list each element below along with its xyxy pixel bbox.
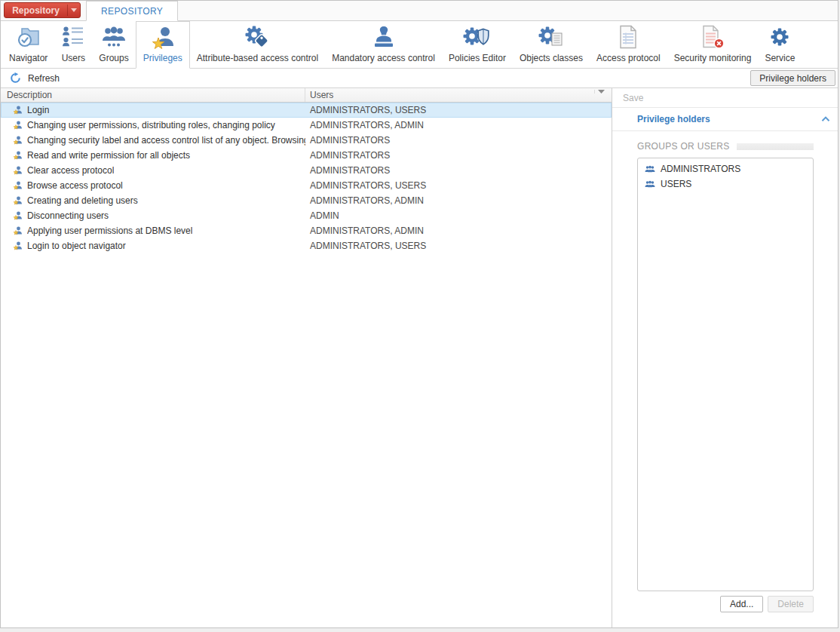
members-listbox[interactable]: ADMINISTRATORS USERS — [637, 158, 814, 591]
tab-strip: Repository REPOSITORY — [1, 1, 838, 21]
privilege-users: ADMINISTRATORS — [305, 165, 612, 176]
ribbon-item-label: Groups — [99, 53, 128, 63]
privilege-icon — [13, 241, 23, 251]
privilege-users: ADMINISTRATORS — [305, 150, 612, 161]
privilege-holders-panel: Save Privilege holders GROUPS OR USERS A… — [612, 88, 838, 628]
privilege-description: Changing user permissions, distributing … — [27, 120, 275, 130]
refresh-button[interactable]: Refresh — [7, 71, 63, 85]
ribbon-item-policies-editor[interactable]: Policies Editor — [442, 21, 513, 68]
privilege-icon — [13, 106, 23, 115]
ribbon-item-label: Access protocol — [596, 53, 661, 63]
privilege-users: ADMINISTRATORS, USERS — [305, 105, 612, 115]
privilege-description: Disconnecting users — [27, 210, 109, 221]
table-row[interactable]: Clear access protocol ADMINISTRATORS — [1, 163, 612, 178]
privilege-description: Read and write permission for all object… — [27, 150, 190, 161]
table-header: Description Users — [1, 88, 612, 103]
privilege-users: ADMINISTRATORS, ADMIN — [305, 120, 612, 130]
repository-menu-button[interactable]: Repository — [4, 2, 81, 18]
column-header-description[interactable]: Description — [1, 88, 305, 102]
ribbon-item-label: Privileges — [143, 53, 182, 63]
refresh-icon — [10, 72, 21, 84]
ribbon-item-security-monitoring[interactable]: Security monitoring — [667, 21, 759, 68]
table-row[interactable]: Login to object navigator ADMINISTRATORS… — [1, 238, 612, 253]
privilege-holders-section-header[interactable]: Privilege holders — [612, 108, 838, 131]
ribbon-item-label: Mandatory access control — [332, 53, 435, 63]
privilege-icon — [13, 151, 23, 161]
section-divider-bar — [737, 143, 814, 150]
privilege-holders-toggle-label: Privilege holders — [759, 73, 826, 84]
list-item[interactable]: USERS — [638, 176, 813, 192]
privilege-holders-section-body: GROUPS OR USERS ADMINISTRATORS USERS Add… — [612, 131, 838, 628]
privilege-description: Clear access protocol — [27, 165, 114, 176]
ribbon-item-users[interactable]: Users — [54, 21, 92, 68]
groups-or-users-label-row: GROUPS OR USERS — [637, 141, 814, 152]
group-icon — [645, 165, 655, 173]
privilege-users: ADMINISTRATORS — [305, 135, 612, 146]
ribbon-toolbar: Navigator Users — [1, 21, 838, 69]
member-name: ADMINISTRATORS — [661, 164, 740, 174]
add-button[interactable]: Add... — [720, 596, 763, 612]
column-header-users[interactable]: Users — [305, 88, 612, 102]
gear-icon — [768, 24, 791, 50]
ribbon-item-attribute-based-access-control[interactable]: Attribute-based access control — [190, 21, 325, 68]
privilege-description: Login — [27, 105, 49, 115]
navigator-folder-check-icon — [15, 24, 42, 50]
ribbon-item-access-protocol[interactable]: Access protocol — [590, 21, 667, 68]
gear-document-icon — [538, 24, 564, 50]
tab-repository[interactable]: REPOSITORY — [86, 1, 178, 21]
repository-menu-label: Repository — [5, 5, 67, 16]
privilege-description: Browse access protocol — [27, 180, 123, 191]
privilege-users: ADMIN — [305, 210, 612, 221]
privilege-description: Changing security label and access contr… — [27, 135, 305, 146]
privilege-holders-toggle-button[interactable]: Privilege holders — [750, 70, 835, 86]
ribbon-item-navigator[interactable]: Navigator — [2, 21, 54, 68]
privilege-icon — [13, 166, 23, 176]
document-error-icon — [701, 24, 725, 50]
save-button-label: Save — [623, 93, 643, 103]
table-row[interactable]: Browse access protocol ADMINISTRATORS, U… — [1, 178, 612, 193]
table-row[interactable]: Login ADMINISTRATORS, USERS — [1, 103, 612, 118]
privilege-users: ADMINISTRATORS, ADMIN — [305, 225, 612, 236]
table-row[interactable]: Disconnecting users ADMIN — [1, 208, 612, 223]
main-content: Description Users Login ADMINISTRATORS, … — [1, 88, 838, 628]
list-item[interactable]: ADMINISTRATORS — [638, 161, 813, 176]
ribbon-item-label: Objects classes — [520, 53, 583, 63]
chevron-down-icon[interactable] — [67, 5, 80, 16]
member-name: USERS — [661, 179, 691, 189]
ribbon-item-groups[interactable]: Groups — [92, 21, 135, 68]
privilege-description: Login to object navigator — [27, 241, 126, 251]
gear-tag-icon — [244, 24, 271, 50]
privilege-icon — [13, 226, 23, 236]
privilege-icon — [13, 181, 23, 191]
delete-button[interactable]: Delete — [768, 596, 814, 612]
privileges-table: Description Users Login ADMINISTRATORS, … — [1, 88, 612, 628]
panel-buttons-row: Add... Delete — [637, 596, 814, 612]
table-row[interactable]: Creating and deleting users ADMINISTRATO… — [1, 193, 612, 208]
ribbon-item-privileges[interactable]: Privileges — [136, 21, 190, 69]
groups-icon — [100, 24, 127, 50]
users-column-menu-button[interactable] — [594, 90, 607, 94]
group-icon — [645, 180, 655, 189]
ribbon-item-label: Security monitoring — [674, 53, 752, 63]
table-row[interactable]: Changing user permissions, distributing … — [1, 118, 612, 133]
groups-or-users-label: GROUPS OR USERS — [637, 141, 730, 152]
ribbon-item-label: Navigator — [9, 53, 48, 63]
ribbon-item-objects-classes[interactable]: Objects classes — [513, 21, 590, 68]
ribbon-item-label: Users — [62, 53, 85, 63]
privilege-icon — [13, 211, 23, 221]
column-header-users-label: Users — [310, 90, 594, 100]
ribbon-item-service[interactable]: Service — [758, 21, 802, 68]
privilege-icon — [13, 196, 23, 206]
ribbon-item-mandatory-access-control[interactable]: Mandatory access control — [325, 21, 442, 68]
application-window: Repository REPOSITORY Navigator — [0, 0, 838, 628]
save-button[interactable]: Save — [612, 88, 838, 108]
privilege-description: Applying user permissions at DBMS level — [27, 225, 192, 236]
table-row[interactable]: Read and write permission for all object… — [1, 148, 612, 163]
stamp-icon — [371, 24, 397, 50]
privileges-person-star-icon — [151, 25, 175, 50]
document-table-icon — [618, 24, 639, 50]
table-row[interactable]: Changing security label and access contr… — [1, 133, 612, 148]
ribbon-item-label: Attribute-based access control — [197, 53, 318, 63]
table-row[interactable]: Applying user permissions at DBMS level … — [1, 223, 612, 238]
refresh-label: Refresh — [28, 73, 60, 84]
